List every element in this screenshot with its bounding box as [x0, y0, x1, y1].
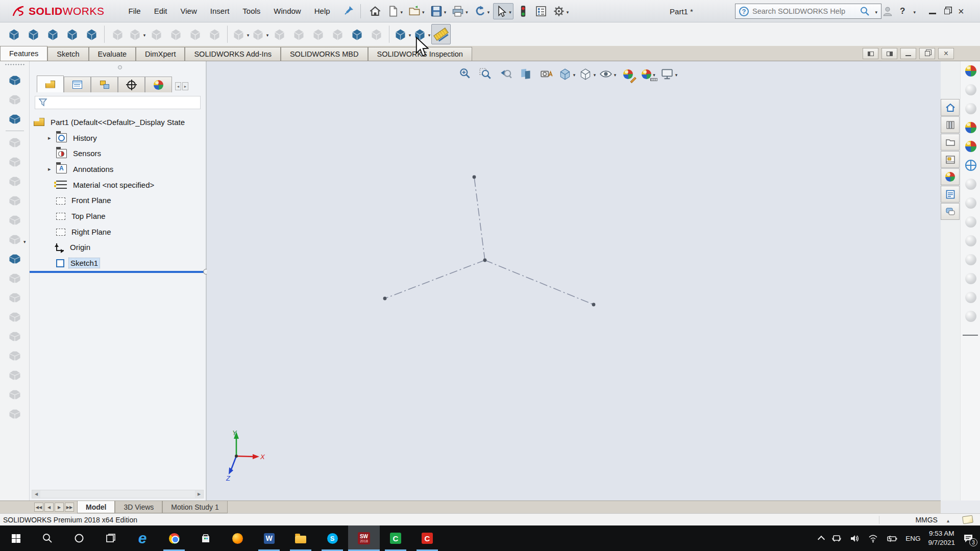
user-icon[interactable] [882, 6, 893, 17]
left-tool[interactable] [5, 268, 25, 288]
rollback-bar[interactable] [30, 271, 207, 273]
restore-button[interactable] [944, 9, 950, 14]
render-tool[interactable] [961, 231, 980, 250]
instant3d[interactable] [431, 24, 451, 44]
next-tab-icon[interactable]: ▶ [55, 503, 64, 512]
close-button[interactable]: × [958, 6, 964, 16]
revolved-boss-base[interactable] [23, 24, 43, 44]
dynamic-annotation-views-icon[interactable] [537, 65, 556, 83]
first-tab-icon[interactable]: ◀◀ [34, 503, 43, 512]
menu-item[interactable]: File [122, 4, 148, 18]
zoom-to-fit-icon[interactable] [455, 65, 474, 83]
cast-icon[interactable] [831, 533, 842, 543]
skype-icon[interactable]: S [316, 525, 348, 551]
appearances-scenes-tab[interactable] [941, 168, 960, 185]
search-icon[interactable] [860, 6, 870, 16]
render-tool[interactable] [961, 307, 980, 325]
notification-center-icon[interactable]: 3 [963, 533, 974, 544]
design-library-tab[interactable] [941, 116, 960, 133]
tab-3d-views[interactable]: 3D Views [115, 501, 162, 513]
previous-view-icon[interactable] [496, 65, 515, 83]
menu-item[interactable]: Help [308, 4, 337, 18]
volume-icon[interactable] [849, 533, 860, 544]
displaymanager-tab[interactable] [145, 77, 172, 92]
display-style-icon[interactable] [578, 65, 597, 83]
tab-motion-study-1[interactable]: Motion Study 1 [162, 501, 227, 513]
save-icon[interactable] [428, 3, 449, 19]
feature-tool[interactable] [104, 26, 105, 43]
tag-icon[interactable] [962, 515, 973, 524]
linear-pattern[interactable] [250, 24, 270, 44]
camtasia-green-icon[interactable]: C [380, 525, 411, 551]
tree-item-part1[interactable]: Part1 (Default<<Default>_Display State [30, 114, 206, 130]
sketch-geometry[interactable]: Y X Z [207, 61, 941, 500]
solidworks-forum-tab[interactable] [941, 203, 960, 220]
edit-appearance-icon[interactable] [619, 65, 638, 83]
tabs-scroll-left-icon[interactable]: ◂ [175, 82, 181, 90]
render-tool[interactable] [961, 212, 980, 231]
task-view-button[interactable] [95, 525, 127, 551]
fillet[interactable] [231, 24, 250, 44]
left-tool[interactable] [5, 129, 25, 133]
render-tool[interactable] [961, 174, 980, 193]
boundary-cut[interactable] [205, 24, 224, 44]
left-tool[interactable] [5, 249, 25, 268]
tree-item-origin[interactable]: Origin [30, 240, 206, 256]
revolved-cut[interactable] [146, 24, 166, 44]
doc-close-icon[interactable]: × [938, 48, 954, 59]
wifi-icon[interactable] [868, 533, 878, 544]
menu-item[interactable]: Tools [236, 4, 267, 18]
print-icon[interactable] [450, 3, 470, 19]
language-indicator[interactable]: ENG [905, 535, 920, 542]
left-tool[interactable] [5, 210, 25, 230]
left-tool[interactable] [5, 70, 25, 90]
left-tool[interactable] [5, 385, 25, 404]
toolbar-drag-handle[interactable] [5, 63, 25, 66]
reference-geometry[interactable] [393, 24, 412, 44]
tree-item-history[interactable]: History [30, 130, 206, 146]
doc-minimize-icon[interactable] [900, 48, 916, 59]
rib[interactable] [270, 24, 289, 44]
battery-icon[interactable] [886, 533, 898, 544]
copy-appearance-tool[interactable] [961, 80, 980, 99]
lofted-cut[interactable] [185, 24, 205, 44]
apply-scene-icon[interactable] [639, 65, 658, 83]
tab-evaluate[interactable]: Evaluate [89, 47, 136, 61]
mirror[interactable] [366, 24, 386, 44]
rebuild-traffic-light-icon[interactable] [515, 3, 531, 19]
unit-system-selector[interactable]: MMGS [879, 516, 949, 524]
render-tool[interactable] [961, 269, 980, 288]
undo-icon[interactable] [472, 3, 492, 19]
render-tool[interactable] [961, 193, 980, 212]
tree-horizontal-scrollbar[interactable]: ◀ ▶ [32, 490, 204, 498]
word-icon[interactable]: W [253, 525, 285, 551]
camtasia-red-icon[interactable]: C [411, 525, 443, 551]
menu-item[interactable]: Insert [204, 4, 236, 18]
tree-filter[interactable] [35, 96, 201, 109]
menu-item[interactable]: Edit [148, 4, 174, 18]
tree-item-annotations[interactable]: Annotations [30, 161, 206, 177]
menu-item[interactable]: View [174, 4, 204, 18]
configurationmanager-tab[interactable] [91, 77, 118, 92]
help-menu[interactable]: ? [900, 6, 905, 16]
clock[interactable]: 9:53 AM 9/7/2021 [928, 529, 955, 547]
target-tool[interactable] [961, 156, 980, 174]
left-tool[interactable] [5, 230, 25, 249]
tree-item-front-plane[interactable]: Front Plane [30, 192, 206, 208]
hole-wizard[interactable] [127, 24, 146, 44]
tree-item-right-plane[interactable]: Right Plane [30, 224, 206, 240]
lofted-boss-base[interactable] [62, 24, 82, 44]
prev-tab-icon[interactable]: ◀ [44, 503, 54, 512]
store-icon[interactable] [190, 525, 222, 551]
extruded-cut[interactable] [108, 24, 127, 44]
dimxpertmanager-tab[interactable] [118, 77, 145, 92]
hidden-icons-chevron[interactable] [818, 536, 825, 543]
hide-show-items-icon[interactable] [598, 65, 617, 83]
tree-item-top-plane[interactable]: Top Plane [30, 208, 206, 224]
swept-cut[interactable] [166, 24, 185, 44]
left-tool[interactable] [5, 133, 25, 152]
wrap[interactable] [328, 24, 347, 44]
tree-item-material[interactable]: Material <not specified> [30, 177, 206, 193]
feature-tool[interactable] [389, 26, 389, 43]
intersect[interactable] [347, 24, 366, 44]
